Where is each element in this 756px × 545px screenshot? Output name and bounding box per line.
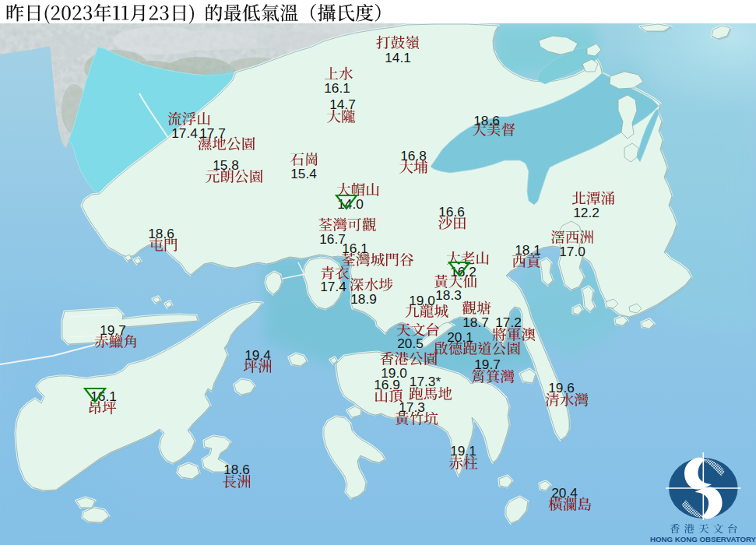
svg-text:18.6: 18.6 <box>473 113 500 128</box>
svg-text:17.2: 17.2 <box>495 315 522 330</box>
svg-text:15.4: 15.4 <box>290 166 317 181</box>
svg-text:18.3: 18.3 <box>435 287 462 303</box>
svg-text:19.0: 19.0 <box>409 293 435 308</box>
svg-text:20.5: 20.5 <box>397 336 424 351</box>
svg-text:19.6: 19.6 <box>548 380 575 396</box>
svg-text:18.6: 18.6 <box>148 226 174 241</box>
svg-text:19.7: 19.7 <box>100 322 126 338</box>
svg-text:16.1: 16.1 <box>324 80 350 96</box>
svg-text:17.4: 17.4 <box>171 125 198 141</box>
svg-text:18.1: 18.1 <box>515 242 541 258</box>
svg-text:17.4: 17.4 <box>320 279 346 294</box>
svg-text:HONG KONG OBSERVATORY: HONG KONG OBSERVATORY <box>650 535 756 543</box>
svg-text:17.0: 17.0 <box>559 244 585 259</box>
svg-text:16.1: 16.1 <box>342 241 368 256</box>
svg-text:16.9: 16.9 <box>374 377 400 392</box>
svg-text:19.4: 19.4 <box>244 347 271 363</box>
svg-text:12.2: 12.2 <box>573 205 600 220</box>
svg-text:15.8: 15.8 <box>213 157 239 173</box>
svg-text:20.4: 20.4 <box>551 485 578 501</box>
svg-text:20.1: 20.1 <box>447 329 473 345</box>
svg-text:14.1: 14.1 <box>385 50 411 65</box>
svg-text:17.3: 17.3 <box>399 399 425 415</box>
svg-text:17.7: 17.7 <box>199 125 226 141</box>
svg-text:16.6: 16.6 <box>438 204 465 220</box>
svg-text:19.7: 19.7 <box>474 357 501 372</box>
svg-text:16.8: 16.8 <box>400 148 427 164</box>
svg-text:19.1: 19.1 <box>450 443 476 459</box>
svg-text:18.9: 18.9 <box>350 291 377 307</box>
svg-text:17.3*: 17.3* <box>410 374 441 389</box>
svg-text:18.6: 18.6 <box>223 462 250 477</box>
svg-text:14.7: 14.7 <box>329 97 356 112</box>
svg-text:18.7: 18.7 <box>462 315 489 330</box>
